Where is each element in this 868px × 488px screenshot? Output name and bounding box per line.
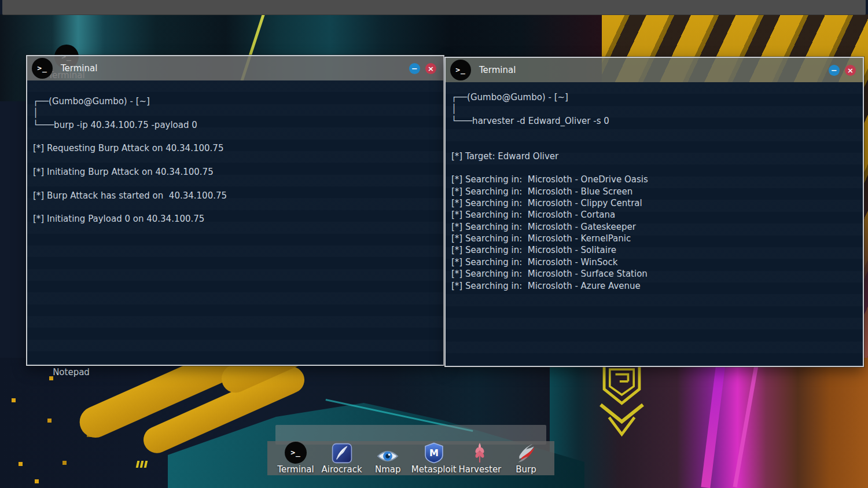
airocrack-feather-icon <box>332 441 352 464</box>
terminal-output: ┌──(Gumbo@Gumbo) - [~]│└───burp -ip 40.3… <box>27 80 443 365</box>
terminal-line: [*] Searching in: Microsloth - Solitaire <box>451 244 858 256</box>
burp-flame-icon <box>516 441 536 464</box>
window-title: Terminal <box>61 63 97 74</box>
terminal-line: └───burp -ip 40.34.100.75 -payload 0 <box>33 119 439 131</box>
terminal-line <box>451 162 858 174</box>
minimize-button[interactable]: − <box>409 63 420 74</box>
dock-item-nmap[interactable]: Nmap <box>365 441 410 475</box>
terminal-window-left: >_ Terminal − × ┌──(Gumbo@Gumbo) - [~]│└… <box>26 55 444 366</box>
terminal-line: [*] Searching in: Microsloth - Clippy Ce… <box>451 197 858 209</box>
minimize-button[interactable]: − <box>829 65 840 76</box>
terminal-line: [*] Searching in: Microsloth - Blue Scre… <box>451 186 858 197</box>
dock-item-label: Metasploit <box>411 464 457 475</box>
wallpaper-pixel-dots <box>12 398 16 402</box>
terminal-line: ┌──(Gumbo@Gumbo) - [~] <box>451 91 858 103</box>
top-panel <box>2 0 866 15</box>
terminal-output: ┌──(Gumbo@Gumbo) - [~]│└───harvester -d … <box>446 82 863 366</box>
close-button[interactable]: × <box>845 65 856 76</box>
terminal-prompt-glyph: >_ <box>455 65 466 74</box>
dock: >_ Terminal Airocrack Nmap <box>267 441 554 475</box>
shield-emblem-graphic <box>586 362 658 443</box>
dock-item-terminal[interactable]: >_ Terminal <box>273 441 318 475</box>
terminal-line: [*] Searching in: Microsloth - KernelPan… <box>451 233 858 244</box>
window-titlebar[interactable]: >_ Terminal − × <box>446 58 863 82</box>
window-titlebar[interactable]: >_ Terminal − × <box>27 56 443 80</box>
window-controls: − × <box>409 63 436 74</box>
terminal-line: [*] Searching in: Microsloth - Surface S… <box>451 268 858 280</box>
terminal-line <box>33 155 439 166</box>
terminal-line <box>33 178 439 189</box>
minimize-icon: − <box>411 65 418 72</box>
harvester-wheat-icon <box>472 441 487 464</box>
nmap-eye-icon <box>377 441 399 464</box>
terminal-line <box>451 138 858 150</box>
close-button[interactable]: × <box>425 63 436 74</box>
terminal-line: [*] Initiating Payload 0 on 40.34.100.75 <box>33 213 439 225</box>
terminal-icon: >_ <box>450 60 471 80</box>
dock-item-label: Airocrack <box>322 464 362 475</box>
terminal-line <box>33 131 439 142</box>
terminal-line: [*] Target: Edward Oliver <box>451 151 858 162</box>
terminal-line: [*] Requesting Burp Attack on 40.34.100.… <box>33 142 439 154</box>
terminal-line: [*] Searching in: Microsloth - Gateskeep… <box>451 221 858 233</box>
wallpaper-mini-emblem <box>136 461 140 468</box>
terminal-line <box>33 201 439 213</box>
terminal-icon: >_ <box>285 441 307 464</box>
terminal-line: [*] Searching in: Microsloth - Azure Ave… <box>451 280 858 292</box>
dock-item-label: Terminal <box>277 464 314 475</box>
metasploit-shield-icon: M <box>425 441 443 464</box>
dock-item-label: Nmap <box>375 464 401 475</box>
terminal-prompt-glyph: >_ <box>37 64 47 72</box>
close-icon: × <box>847 67 854 74</box>
dock-item-harvester[interactable]: Harvester <box>457 441 502 475</box>
terminal-line: ┌──(Gumbo@Gumbo) - [~] <box>33 96 439 107</box>
terminal-icon: >_ <box>32 58 53 79</box>
terminal-window-right: >_ Terminal − × ┌──(Gumbo@Gumbo) - [~]│└… <box>444 57 864 367</box>
terminal-line: └───harvester -d Edward_Oliver -s 0 <box>451 115 858 127</box>
terminal-line: │ <box>451 103 858 115</box>
terminal-line: [*] Searching in: Microsloth - WinSock <box>451 256 858 268</box>
close-icon: × <box>428 65 434 72</box>
terminal-line: [*] Burp Attack has started on 40.34.100… <box>33 190 439 201</box>
terminal-line <box>451 127 858 138</box>
window-title: Terminal <box>479 65 516 75</box>
terminal-line: │ <box>33 107 439 119</box>
window-controls: − × <box>829 65 856 76</box>
desktop-icon-label-notepad[interactable]: Notepad <box>51 367 91 377</box>
dock-item-label: Harvester <box>458 464 501 475</box>
dock-item-metasploit[interactable]: M Metasploit <box>411 441 457 475</box>
dock-item-label: Burp <box>516 464 536 475</box>
terminal-line: [*] Initiating Burp Attack on 40.34.100.… <box>33 166 439 178</box>
terminal-line: [*] Searching in: Microsloth - Cortana <box>451 209 858 221</box>
minimize-icon: − <box>831 67 837 74</box>
dock-item-airocrack[interactable]: Airocrack <box>319 441 365 475</box>
terminal-line: [*] Searching in: Microsloth - OneDrive … <box>451 174 858 185</box>
dock-item-burp[interactable]: Burp <box>503 441 549 475</box>
svg-text:M: M <box>429 447 439 458</box>
